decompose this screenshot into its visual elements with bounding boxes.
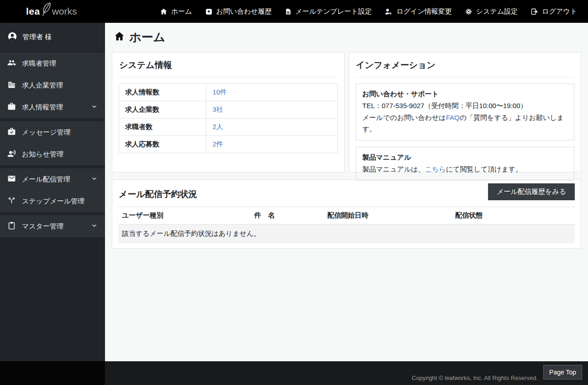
logout-icon xyxy=(530,8,538,16)
home-icon xyxy=(114,30,125,45)
sidebar-item-jobseeker-management[interactable]: 求職者管理 xyxy=(0,52,105,74)
sidebar-group-mail: メール配信管理 ステップメール管理 xyxy=(0,168,105,212)
nav-item-login-info[interactable]: ログイン情報変更 xyxy=(384,7,452,16)
gear-icon xyxy=(465,8,472,16)
nav-item-label: ログアウト xyxy=(542,7,577,16)
information-title: インフォメーション xyxy=(356,58,575,78)
brand-logo[interactable]: lea works xyxy=(26,3,77,20)
column-header-user-type: ユーザー種別 xyxy=(118,207,251,224)
split-arrows-icon xyxy=(7,196,16,206)
copyright-text: Copyright © leafworks, Inc. All Rights R… xyxy=(412,375,538,381)
sidebar-item-mail-delivery-management[interactable]: メール配信管理 xyxy=(0,168,105,190)
page-title-text: ホーム xyxy=(129,29,165,45)
building-icon xyxy=(7,80,16,90)
table-row: 求人応募数 2件 xyxy=(119,136,338,153)
top-navbar: lea works ホーム お問い合わせ履歴 xyxy=(0,0,588,23)
footer: Copyright © leafworks, Inc. All Rights R… xyxy=(0,361,588,385)
chevron-down-icon xyxy=(91,175,98,183)
sidebar-item-label: 求人情報管理 xyxy=(22,103,63,112)
sidebar: 管理者 様 求職者管理 求人企業管理 求人情報管理 xyxy=(0,23,105,361)
mail-history-button[interactable]: メール配信履歴をみる xyxy=(488,183,575,200)
system-info-title: システム情報 xyxy=(119,58,338,78)
announce-person-icon xyxy=(7,149,16,159)
sidebar-item-label: マスター管理 xyxy=(22,222,63,231)
file-text-icon xyxy=(284,8,292,16)
table-row: 該当するメール配信予約状況はありません。 xyxy=(118,224,575,244)
sidebar-item-step-mail-management[interactable]: ステップメール管理 xyxy=(0,190,105,212)
sidebar-item-label: 求人企業管理 xyxy=(22,81,63,90)
navbar-menu: ホーム お問い合わせ履歴 メールテンプレート設定 ログイン情報変更 xyxy=(160,7,577,16)
column-header-subject: 件 名 xyxy=(251,207,324,224)
nav-item-logout[interactable]: ログアウト xyxy=(530,7,577,16)
admin-home-page: lea works ホーム お問い合わせ履歴 xyxy=(0,0,588,385)
column-header-delivery-status: 配信状態 xyxy=(452,207,575,224)
nav-item-system-settings[interactable]: システム設定 xyxy=(465,7,518,16)
footer-main: Copyright © leafworks, Inc. All Rights R… xyxy=(105,361,588,385)
row-value: 2件 xyxy=(206,136,337,153)
row-label: 求職者数 xyxy=(119,119,206,136)
bag-check-icon xyxy=(7,127,16,137)
nav-item-label: お問い合わせ履歴 xyxy=(216,7,272,16)
faq-link[interactable]: FAQ xyxy=(446,114,460,121)
system-info-table: 求人情報数 10件 求人企業数 3社 求職者数 2人 求人応募数 xyxy=(119,83,338,153)
sidebar-group-recruit: 求職者管理 求人企業管理 求人情報管理 xyxy=(0,52,105,118)
nav-item-home[interactable]: ホーム xyxy=(160,7,192,16)
sidebar-item-label: 求職者管理 xyxy=(22,59,56,68)
system-info-panel: システム情報 求人情報数 10件 求人企業数 3社 求職者数 xyxy=(112,52,345,172)
manual-here-link[interactable]: こちら xyxy=(425,165,446,173)
inbox-arrow-icon xyxy=(205,8,213,16)
nav-item-mail-template-settings[interactable]: メールテンプレート設定 xyxy=(284,7,372,16)
logo-text-works: works xyxy=(52,6,77,17)
sidebar-item-message-management[interactable]: メッセージ管理 xyxy=(0,121,105,143)
row-label: 求人情報数 xyxy=(119,84,206,101)
table-row: 求人企業数 3社 xyxy=(119,101,338,119)
leaf-icon xyxy=(41,2,52,18)
page-top-button[interactable]: Page Top xyxy=(543,365,582,380)
chevron-down-icon xyxy=(91,103,98,111)
sidebar-item-label: ステップメール管理 xyxy=(22,197,84,206)
manual-line: 製品マニュアルは、こちらにて閲覧して頂けます。 xyxy=(362,163,568,175)
mail-schedule-table: ユーザー種別 件 名 配信開始日時 配信状態 該当するメール配信予約状況はありま… xyxy=(118,207,575,243)
envelope-icon xyxy=(7,174,16,184)
support-heading: お問い合わせ・サポート xyxy=(362,88,568,100)
support-mail-line: メールでのお問い合わせはFAQの「質問をする」よりお願いします。 xyxy=(362,112,568,135)
sidebar-item-news-management[interactable]: お知らせ管理 xyxy=(0,143,105,165)
home-icon xyxy=(160,8,168,16)
job-info-count-link[interactable]: 10件 xyxy=(212,88,227,96)
sidebar-item-label: お知らせ管理 xyxy=(22,150,63,159)
user-gear-icon xyxy=(384,8,393,16)
top-panels-row: システム情報 求人情報数 10件 求人企業数 3社 求職者数 xyxy=(112,52,581,172)
sidebar-item-master-management[interactable]: マスター管理 xyxy=(0,215,105,237)
row-label: 求人企業数 xyxy=(119,101,206,119)
nav-item-label: システム設定 xyxy=(476,7,518,16)
row-value: 3社 xyxy=(206,101,337,119)
empty-state-message: 該当するメール配信予約状況はありません。 xyxy=(118,224,575,244)
table-row: 求職者数 2人 xyxy=(119,119,338,136)
page-title: ホーム xyxy=(114,29,581,45)
row-value: 2人 xyxy=(206,119,337,136)
sidebar-group-master: マスター管理 xyxy=(0,215,105,237)
row-label: 求人応募数 xyxy=(119,136,206,153)
support-info-box: お問い合わせ・サポート TEL：077-535-9027（受付時間：平日10:0… xyxy=(356,83,575,140)
briefcase-icon xyxy=(7,102,16,112)
main-content: ホーム システム情報 求人情報数 10件 求人企業数 3社 xyxy=(105,23,588,361)
logo-text-lea: lea xyxy=(26,6,40,17)
jobseeker-count-link[interactable]: 2人 xyxy=(212,123,223,130)
nav-item-inquiry-history[interactable]: お問い合わせ履歴 xyxy=(205,7,272,16)
chevron-down-icon xyxy=(91,222,98,230)
sidebar-item-job-info-management[interactable]: 求人情報管理 xyxy=(0,96,105,118)
sidebar-item-label: メール配信管理 xyxy=(22,175,70,184)
company-count-link[interactable]: 3社 xyxy=(212,105,223,113)
mail-schedule-header: メール配信予約状況 メール配信履歴をみる xyxy=(118,183,575,200)
sidebar-user-name: 管理者 様 xyxy=(22,33,52,42)
information-panel: インフォメーション お問い合わせ・サポート TEL：077-535-9027（受… xyxy=(349,52,582,172)
column-header-start-datetime: 配信開始日時 xyxy=(324,207,452,224)
user-circle-icon xyxy=(7,31,17,43)
sidebar-item-company-management[interactable]: 求人企業管理 xyxy=(0,74,105,96)
people-icon xyxy=(7,58,16,68)
sidebar-item-label: メッセージ管理 xyxy=(22,128,70,137)
manual-heading: 製品マニュアル xyxy=(362,151,568,163)
table-row: 求人情報数 10件 xyxy=(119,84,338,101)
nav-item-label: ログイン情報変更 xyxy=(396,7,452,16)
application-count-link[interactable]: 2件 xyxy=(212,140,223,148)
